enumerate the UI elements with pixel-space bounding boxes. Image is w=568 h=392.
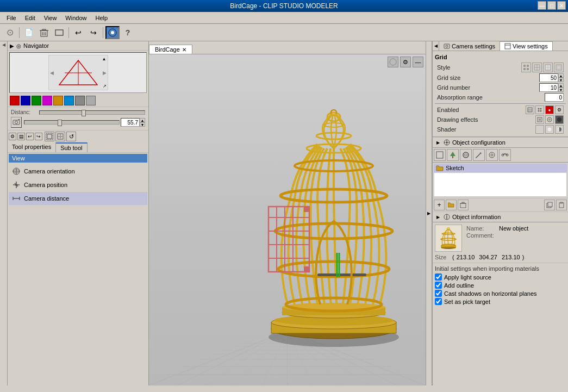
gray-cube-btn[interactable] (75, 96, 85, 105)
transform-btn-2[interactable] (55, 132, 65, 141)
camera-icon-btn[interactable] (11, 117, 22, 128)
config-icon-3 (462, 151, 470, 159)
enabled-icon-1[interactable] (526, 105, 534, 114)
delete-item-btn[interactable] (458, 200, 469, 210)
sketch-folder-item[interactable]: Sketch (434, 164, 567, 172)
purple-cube-btn[interactable] (42, 96, 52, 105)
new-doc-button[interactable]: 📄 (22, 26, 36, 39)
copy-btn[interactable] (544, 200, 555, 210)
shader-icon-3[interactable] (555, 125, 564, 134)
absorption-range-spinbox[interactable]: 0 (545, 93, 564, 102)
rectangle-tool-button[interactable] (52, 26, 66, 39)
shader-icon-2[interactable] (545, 125, 554, 134)
orange-cube-btn[interactable] (53, 96, 63, 105)
settings-gear-btn[interactable]: ⚙ (400, 57, 411, 67)
close-button[interactable]: ✕ (557, 1, 566, 10)
add-outline-checkbox[interactable] (435, 282, 442, 289)
style-icon-2[interactable] (532, 63, 542, 72)
menu-help[interactable]: Help (91, 14, 112, 22)
config-tool-1[interactable] (434, 149, 446, 161)
lightgray-cube-btn[interactable] (86, 96, 96, 105)
enabled-icon-gear[interactable]: ⚙ (555, 105, 564, 114)
sphere-preview-btn[interactable] (388, 57, 398, 67)
de-icon-2[interactable] (545, 115, 554, 124)
grid-size-down[interactable]: ▼ (558, 78, 564, 82)
add-item-btn[interactable]: + (434, 200, 445, 210)
view-tab-button[interactable]: View (9, 154, 147, 163)
enabled-icon-2[interactable] (535, 105, 544, 114)
blue-cube-btn[interactable] (21, 96, 30, 105)
help-button[interactable]: ? (121, 26, 135, 39)
nav-up-arrow[interactable]: ▲ (102, 57, 107, 61)
right-panel-collapse-left[interactable]: ◀ (433, 41, 439, 51)
grid-size-spinbox[interactable]: 50 (539, 73, 558, 82)
paste-btn[interactable] (556, 200, 567, 210)
value-slider-track[interactable] (24, 120, 120, 125)
nav-preview-canvas[interactable]: ▲ ↗ ◀ ▶ (48, 55, 108, 90)
config-tool-4[interactable] (473, 149, 485, 161)
spin-up-arrow[interactable]: ▲ (140, 118, 145, 122)
menu-view[interactable]: View (40, 14, 61, 22)
distance-slider-track[interactable] (39, 110, 145, 115)
undo-button[interactable]: ↩ (71, 26, 85, 39)
cyan-cube-btn[interactable] (64, 96, 74, 105)
obj-config-collapse-btn[interactable]: ▶ (435, 139, 441, 146)
shader-icon-1[interactable] (535, 125, 544, 134)
cast-shadows-checkbox[interactable] (435, 290, 442, 297)
obj-info-collapse-btn[interactable]: ▶ (435, 214, 441, 220)
style-icon-1[interactable] (521, 63, 531, 72)
set-pick-target-checkbox[interactable] (435, 298, 442, 305)
redo-button[interactable]: ↪ (86, 26, 101, 39)
grid-number-down[interactable]: ▼ (558, 88, 564, 92)
camera-orientation-option[interactable]: Camera orientation (9, 165, 147, 178)
tab-bar: BirdCage ✕ (149, 41, 426, 54)
undo-small-btn[interactable]: ↩ (26, 133, 34, 140)
tab-sub-tool[interactable]: Sub tool (56, 142, 87, 152)
nav-expand-btn[interactable]: ↗ (103, 84, 107, 89)
grid-number-spinbox[interactable]: 10 (539, 83, 558, 92)
tab-close-button[interactable]: ✕ (182, 47, 186, 53)
green-cube-btn[interactable] (32, 96, 41, 105)
tool-small-btn-1[interactable]: ⚙ (9, 133, 16, 140)
tab-tool-properties[interactable]: Tool properties (8, 142, 56, 152)
folder-action-btn[interactable] (446, 200, 457, 210)
transform-btn-1[interactable] (45, 132, 54, 141)
config-tool-3[interactable] (460, 149, 472, 161)
camera-position-option[interactable]: Camera position (9, 178, 147, 191)
red-cube-btn[interactable] (10, 96, 20, 105)
shader-row: Shader (435, 125, 566, 134)
right-collapse-bar[interactable]: ▶ (426, 41, 432, 385)
enabled-icon-red[interactable]: ● (545, 105, 554, 114)
camera-distance-option[interactable]: Camera distance (9, 192, 147, 205)
maximize-button[interactable]: □ (547, 1, 556, 10)
tool-small-btn-2[interactable]: ▤ (17, 133, 25, 140)
spin-down-arrow[interactable]: ▼ (140, 122, 145, 127)
birdcage-tab[interactable]: BirdCage ✕ (149, 45, 192, 54)
config-tool-6[interactable] (499, 149, 511, 161)
distance-spinbox[interactable]: 55.7 (121, 118, 140, 127)
active-mode-button[interactable] (105, 26, 120, 39)
de-icon-1[interactable] (535, 115, 544, 124)
nav-right-arrow: ▶ (103, 70, 107, 76)
viewport-3d[interactable]: ⚙ — (149, 54, 426, 385)
grid-size-up[interactable]: ▲ (558, 73, 564, 78)
style-icon-4[interactable] (554, 63, 564, 72)
config-tool-5[interactable] (486, 149, 498, 161)
grid-number-up[interactable]: ▲ (558, 83, 564, 88)
circle-tool-button[interactable]: ⊙ (3, 26, 17, 39)
menu-window[interactable]: Window (61, 14, 91, 22)
collapse-left-button[interactable]: ◀ (2, 42, 5, 47)
apply-light-checkbox[interactable] (435, 273, 442, 281)
delete-button[interactable] (37, 26, 51, 39)
redo-small-btn[interactable]: ↪ (35, 133, 42, 140)
transform-btn-3[interactable]: ↺ (66, 132, 76, 141)
menu-edit[interactable]: Edit (21, 14, 40, 22)
menu-file[interactable]: File (2, 14, 21, 22)
minus-btn[interactable]: — (413, 57, 423, 67)
de-icon-3[interactable] (555, 115, 564, 124)
config-tool-2[interactable] (447, 149, 459, 161)
view-settings-tab[interactable]: View settings (500, 41, 553, 51)
style-icon-3[interactable] (543, 63, 553, 72)
minimize-button[interactable]: — (538, 1, 546, 10)
camera-settings-tab[interactable]: Camera settings (439, 41, 500, 51)
